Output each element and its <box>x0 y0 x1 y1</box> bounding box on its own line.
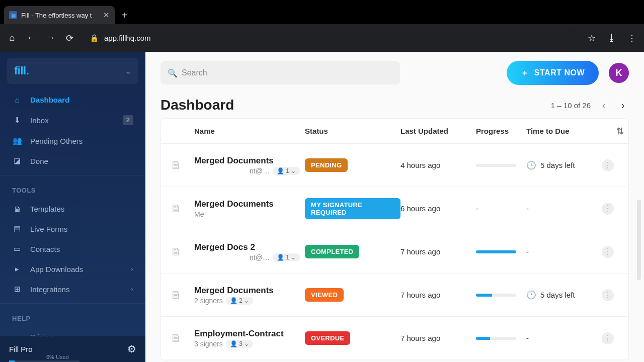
document-subtext: 2 signers👤 2 ⌄ <box>194 297 305 305</box>
col-name: Name <box>194 127 305 135</box>
search-input[interactable]: 🔍 Search <box>160 61 400 84</box>
back-icon[interactable]: ← <box>25 33 37 43</box>
badge: 2 <box>123 115 133 125</box>
new-tab-button[interactable]: + <box>115 10 135 24</box>
sidebar-item-dashboard[interactable]: ⌂Dashboard <box>0 90 145 110</box>
documents-table: Name Status Last Updated Progress Time t… <box>160 118 629 360</box>
sidebar-item-done[interactable]: ◪Done <box>0 151 145 171</box>
sidebar-item-label: Integrations <box>30 285 69 294</box>
col-progress: Progress <box>476 127 526 135</box>
sidebar-item-label: Inbox <box>30 116 49 125</box>
browser-chrome: ▦ Fill - The effortless way t ✕ + ⌂ ← → … <box>0 0 644 52</box>
section-label-tools: TOOLS <box>0 177 145 197</box>
document-subtext: Me <box>194 210 305 218</box>
row-menu-icon[interactable]: ⋮ <box>602 289 614 301</box>
progress-cell: - <box>476 204 526 213</box>
lock-icon: 🔒 <box>90 34 99 43</box>
document-name: Merged Documents <box>194 286 305 296</box>
document-subtext: nt@…👤 1 ⌄ <box>194 167 305 175</box>
row-menu-icon[interactable]: ⋮ <box>602 246 614 258</box>
signer-chip[interactable]: 👤 2 ⌄ <box>226 297 253 305</box>
row-menu-icon[interactable]: ⋮ <box>602 203 614 215</box>
sort-icon[interactable]: ⇅ <box>616 126 624 137</box>
table-row[interactable]: 🗎Merged Documents2 signers👤 2 ⌄VIEWED7 h… <box>161 274 628 317</box>
sidebar-item-templates[interactable]: 🗎Templates <box>0 199 145 219</box>
sidebar-item-live-forms[interactable]: ▤Live Forms <box>0 219 145 239</box>
main: 🔍 Search ＋ START NOW K Dashboard 1 – 10 … <box>145 52 644 362</box>
pager-prev-icon[interactable]: ‹ <box>598 100 610 111</box>
clock-icon: 🕒 <box>526 290 536 300</box>
app-root: fill. ⌄ ⌂Dashboard⬇Inbox2👥Pending Others… <box>0 52 644 362</box>
document-icon: 🗎 <box>170 202 182 216</box>
sidebar-item-app-downloads[interactable]: ▸App Downloads› <box>0 259 145 279</box>
progress-cell <box>476 250 526 253</box>
signer-chip[interactable]: 👤 3 ⌄ <box>226 340 253 348</box>
workspace-switcher[interactable]: fill. ⌄ <box>7 58 138 84</box>
search-icon: 🔍 <box>168 68 178 78</box>
download-icon[interactable]: ⭳ <box>606 33 618 43</box>
search-placeholder: Search <box>182 68 207 77</box>
check-icon: ◪ <box>12 156 22 165</box>
row-menu-icon[interactable]: ⋮ <box>602 332 614 344</box>
document-icon: 🗎 <box>170 245 182 259</box>
url-text: app.fillhq.com <box>104 34 151 42</box>
table-row[interactable]: 🗎Merged Documentsnt@…👤 1 ⌄PENDING4 hours… <box>161 144 628 187</box>
sidebar-item-integrations[interactable]: ⊞Integrations› <box>0 279 145 299</box>
sidebar-item-pending-others[interactable]: 👥Pending Others <box>0 131 145 151</box>
status-badge: MY SIGNATURE REQUIRED <box>305 198 400 219</box>
sidebar-item-label: Done <box>30 157 48 165</box>
time-to-due: 🕒5 days left <box>526 160 602 170</box>
scrollbar-vertical[interactable] <box>637 200 641 280</box>
table-row[interactable]: 🗎Merged Docs 2nt@…👤 1 ⌄COMPLETED7 hours … <box>161 230 628 274</box>
sidebar-nav-tools: 🗎Templates▤Live Forms▭Contacts▸App Downl… <box>0 197 145 301</box>
tab-close-icon[interactable]: ✕ <box>103 11 110 20</box>
gear-icon[interactable]: ⚙ <box>127 343 136 355</box>
last-updated: 7 hours ago <box>400 334 476 342</box>
signer-chip[interactable]: 👤 1 ⌄ <box>273 167 300 175</box>
kebab-menu-icon[interactable]: ⋮ <box>626 33 638 44</box>
time-to-due: 🕒5 days left <box>526 290 602 300</box>
progress-bar <box>476 337 516 340</box>
col-due: Time to Due <box>526 127 602 135</box>
last-updated: 7 hours ago <box>400 247 476 256</box>
brand-logo: fill. <box>14 64 29 77</box>
sidebar-item-label: Live Forms <box>30 225 67 233</box>
plan-used: 6% Used <box>46 354 69 360</box>
sidebar-nav-help: ●Pricing <box>0 325 145 336</box>
col-updated: Last Updated <box>400 127 476 135</box>
table-header: Name Status Last Updated Progress Time t… <box>161 119 628 144</box>
sidebar-item-inbox[interactable]: ⬇Inbox2 <box>0 110 145 131</box>
page-header: Dashboard 1 – 10 of 26 ‹ › <box>160 97 629 113</box>
table-row[interactable]: 🗎Employment-Contract3 signers👤 3 ⌄OVERDU… <box>161 317 628 360</box>
signer-chip[interactable]: 👤 1 ⌄ <box>273 253 300 261</box>
row-menu-icon[interactable]: ⋮ <box>602 159 614 171</box>
last-updated: 7 hours ago <box>400 291 476 299</box>
url-bar[interactable]: 🔒 app.fillhq.com <box>83 29 579 47</box>
download-icon: ▸ <box>12 264 22 274</box>
section-label-help: HELP <box>0 306 145 325</box>
forward-icon[interactable]: → <box>44 33 56 43</box>
pager-next-icon[interactable]: › <box>617 100 629 111</box>
tab-strip: ▦ Fill - The effortless way t ✕ + <box>0 0 644 24</box>
divider <box>0 303 145 304</box>
contacts-icon: ▭ <box>12 244 22 253</box>
avatar-letter: K <box>616 68 622 78</box>
time-to-due: - <box>526 204 602 213</box>
sidebar-item-label: Pending Others <box>30 137 83 145</box>
plan-bar: Fill Pro ⚙ 6% Used <box>0 336 145 362</box>
clock-icon: 🕒 <box>526 160 536 170</box>
status-badge: VIEWED <box>305 288 344 302</box>
browser-tab[interactable]: ▦ Fill - The effortless way t ✕ <box>4 6 115 24</box>
sidebar-item-pricing[interactable]: ●Pricing <box>0 327 145 336</box>
document-name: Merged Documents <box>194 156 305 166</box>
reload-icon[interactable]: ⟳ <box>63 33 75 44</box>
avatar[interactable]: K <box>609 63 629 83</box>
star-icon[interactable]: ☆ <box>586 33 598 44</box>
home-icon[interactable]: ⌂ <box>6 33 18 43</box>
page-title: Dashboard <box>160 97 234 113</box>
table-row[interactable]: 🗎Merged DocumentsMeMY SIGNATURE REQUIRED… <box>161 187 628 230</box>
sidebar-item-contacts[interactable]: ▭Contacts <box>0 239 145 259</box>
document-name: Merged Documents <box>194 199 305 209</box>
start-now-button[interactable]: ＋ START NOW <box>507 61 599 85</box>
progress-cell <box>476 337 526 340</box>
